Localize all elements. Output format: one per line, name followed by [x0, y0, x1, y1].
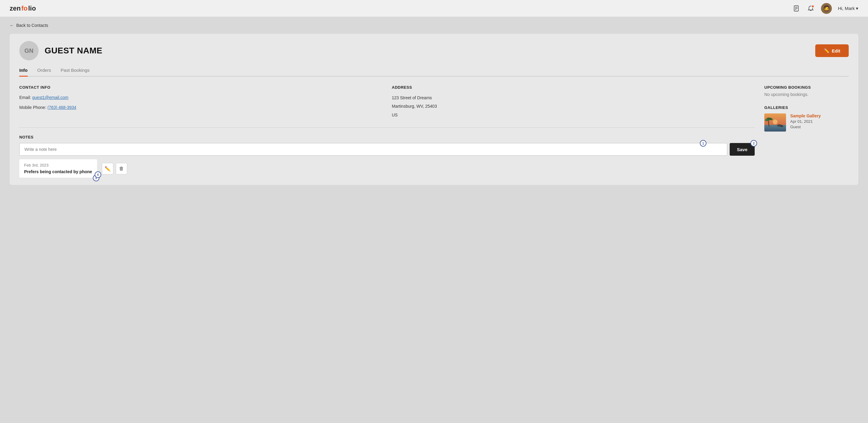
tab-orders[interactable]: Orders	[37, 67, 51, 77]
note-item: Feb 3rd, 2023 Prefers being contacted by…	[19, 159, 97, 178]
contact-tabs: Info Orders Past Bookings	[19, 67, 849, 77]
edit-icon: ✏️	[824, 48, 830, 53]
notes-title: NOTES	[19, 135, 755, 139]
back-arrow-icon: ←	[10, 23, 14, 28]
upcoming-bookings-section: UPCOMING BOOKINGS No upcoming bookings.	[764, 85, 849, 97]
svg-point-11	[780, 125, 783, 127]
galleries-section: GALLERIES	[764, 105, 849, 132]
contact-card: GN GUEST NAME ✏️ Edit Info Orders Past B…	[10, 34, 858, 185]
email-row: Email: guest1@email.com	[19, 94, 382, 101]
gallery-title-link[interactable]: Sample Gallery	[790, 113, 821, 118]
contact-info-section: CONTACT INFO Email: guest1@email.com Mob…	[19, 85, 382, 120]
back-to-contacts-link[interactable]: ← Back to Contacts	[10, 23, 48, 28]
notification-bell[interactable]	[807, 4, 815, 13]
note-actions: 4 ✏️ 🗑	[102, 163, 127, 174]
tab-past-bookings[interactable]: Past Bookings	[61, 67, 90, 77]
gallery-item: Sample Gallery Apr 01, 2021 Guest	[764, 113, 849, 132]
no-bookings-message: No upcoming bookings.	[764, 92, 849, 97]
edit-note-button[interactable]: ✏️	[102, 163, 113, 174]
notes-input[interactable]	[19, 143, 727, 156]
upcoming-bookings-title: UPCOMING BOOKINGS	[764, 85, 849, 90]
notification-dot	[811, 5, 814, 8]
edit-note-icon: ✏️	[104, 166, 111, 172]
section-divider	[19, 127, 755, 128]
edit-button[interactable]: ✏️ Edit	[815, 44, 849, 57]
gallery-date: Apr 01, 2021	[790, 119, 821, 124]
address-line2: Martinsburg, WV, 25403	[392, 103, 755, 110]
main-content: ← Back to Contacts GN GUEST NAME ✏️ Edit…	[0, 17, 868, 423]
note-date: Feb 3rd, 2023	[24, 163, 92, 167]
contact-header-left: GN GUEST NAME	[19, 41, 102, 60]
right-sidebar: UPCOMING BOOKINGS No upcoming bookings. …	[764, 85, 849, 178]
annotation-1: 1	[700, 140, 707, 147]
notes-input-row: 1 Save 2	[19, 143, 755, 156]
user-menu[interactable]: Hi, Mark ▾	[838, 6, 858, 11]
avatar[interactable]: 🧔	[821, 3, 832, 14]
annotation-4: 4	[95, 171, 101, 178]
svg-point-6	[773, 119, 778, 124]
notes-section: NOTES 1 Save 2 Feb 3rd, 2023	[19, 135, 755, 178]
email-link[interactable]: guest1@email.com	[32, 95, 68, 100]
tab-info[interactable]: Info	[19, 67, 28, 77]
nav-right: 🧔 Hi, Mark ▾	[792, 3, 858, 14]
delete-note-button[interactable]: 🗑	[116, 163, 127, 174]
contact-info-title: CONTACT INFO	[19, 85, 382, 90]
contact-avatar: GN	[19, 41, 38, 60]
gallery-info: Sample Gallery Apr 01, 2021 Guest	[790, 113, 821, 129]
document-icon[interactable]	[792, 4, 801, 13]
note-text: Prefers being contacted by phone	[24, 169, 92, 174]
address-line3: US	[392, 112, 755, 118]
logo: zenfolio	[10, 4, 36, 12]
delete-note-icon: 🗑	[119, 166, 124, 171]
gallery-thumbnail	[764, 113, 786, 132]
gallery-role: Guest	[790, 124, 821, 129]
annotation-2: 2	[750, 140, 757, 147]
phone-link[interactable]: (763) 468-3934	[47, 105, 76, 110]
galleries-title: GALLERIES	[764, 105, 849, 110]
address-title: ADDRESS	[392, 85, 755, 90]
address-section: ADDRESS 123 Street of Dreams Martinsburg…	[392, 85, 755, 120]
address-line1: 123 Street of Dreams	[392, 94, 755, 101]
top-navigation: zenfolio 🧔 Hi, Mark ▾	[0, 0, 868, 17]
contact-header: GN GUEST NAME ✏️ Edit	[19, 41, 849, 60]
phone-row: Mobile Phone: (763) 468-3934	[19, 104, 382, 111]
contact-name: GUEST NAME	[44, 46, 102, 56]
